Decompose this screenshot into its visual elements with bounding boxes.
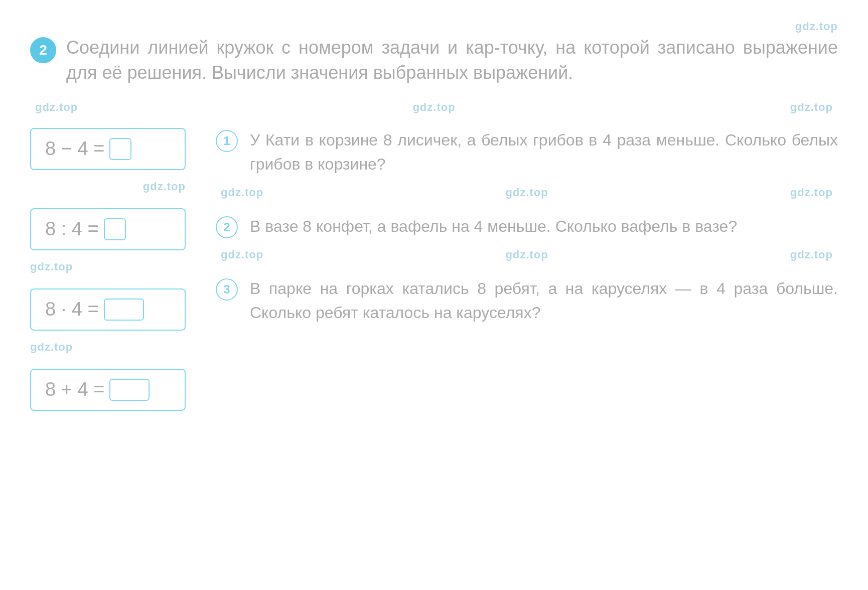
main-content: 8 − 4 = gdz.top 8 : 4 = gdz.top 8 · 4 = … [30,128,838,411]
problem-3-number: 3 [216,278,238,301]
expression-2-answer[interactable] [104,218,126,240]
problem-2: 2 В вазе 8 конфет, а вафель на 4 меньше.… [216,214,838,238]
problem-3-text: В парке на горках катались 8 ребят, а на… [250,276,838,325]
watermark-center-top: gdz.top [412,101,455,114]
problem-1-number: 1 [216,130,238,152]
watermark-left-top: gdz.top [35,101,78,114]
expression-1-text: 8 − 4 = [45,138,104,160]
problems-column: 1 У Кати в корзине 8 лисичек, а белых гр… [216,128,838,411]
expression-4: 8 + 4 = [30,369,186,411]
task-number-badge: 2 [30,37,56,63]
expression-3: 8 · 4 = [30,288,186,331]
watermark-mid-left: gdz.top [143,180,186,193]
watermark-right-mid2b: gdz.top [505,248,548,261]
watermark-right-mid1c: gdz.top [790,186,833,199]
problem-3: 3 В парке на горках катались 8 ребят, а … [216,276,838,325]
task-instruction: Соедини линией кружок с номером задачи и… [66,35,838,86]
watermark-left-bot: gdz.top [30,341,73,353]
expression-3-answer[interactable] [104,299,144,321]
watermark-left-mid2: gdz.top [30,260,73,273]
problem-2-number: 2 [216,216,238,238]
problem-1: 1 У Кати в корзине 8 лисичек, а белых гр… [216,128,838,176]
expression-1-answer[interactable] [109,138,131,160]
expressions-column: 8 − 4 = gdz.top 8 : 4 = gdz.top 8 · 4 = … [30,128,186,411]
expression-3-text: 8 · 4 = [45,299,99,320]
watermark-right-mid2a: gdz.top [221,248,263,261]
watermark-header: gdz.top [795,20,838,33]
problem-1-text: У Кати в корзине 8 лисичек, а белых гриб… [250,128,838,176]
expression-1: 8 − 4 = [30,128,186,170]
expression-4-answer[interactable] [109,379,150,401]
task-header: 2 Соедини линией кружок с номером задачи… [30,35,838,86]
watermark-right-mid2c: gdz.top [790,248,833,261]
expression-2-text: 8 : 4 = [45,218,99,240]
watermark-right-mid1a: gdz.top [221,186,263,199]
expression-4-text: 8 + 4 = [45,379,104,400]
expression-2: 8 : 4 = [30,208,186,250]
watermark-right-mid1b: gdz.top [505,186,548,199]
problem-2-text: В вазе 8 конфет, а вафель на 4 меньше. С… [250,214,838,238]
watermark-right-top: gdz.top [790,101,833,114]
